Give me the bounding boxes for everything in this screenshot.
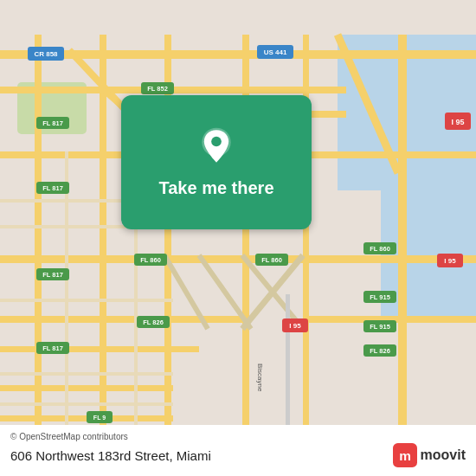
take-me-there-label: Take me there [158,178,273,198]
svg-text:CR 858: CR 858 [34,50,58,58]
svg-rect-14 [35,35,42,441]
svg-text:FL 817: FL 817 [42,184,63,192]
svg-rect-12 [0,385,173,391]
svg-text:FL 860: FL 860 [140,256,161,264]
bottom-bar: © OpenStreetMap contributors 606 Northwe… [0,425,476,476]
moovit-icon: m [393,443,417,467]
svg-text:FL 9: FL 9 [93,415,106,421]
svg-text:Biscayne: Biscayne [256,363,264,392]
svg-text:FL 852: FL 852 [147,85,168,93]
svg-text:FL 915: FL 915 [370,323,390,331]
svg-rect-31 [0,372,173,376]
svg-rect-19 [398,35,407,441]
address-text: 606 Northwest 183rd Street, Miami [10,448,211,463]
svg-point-76 [211,137,222,147]
svg-rect-30 [0,299,173,302]
svg-text:I 95: I 95 [451,118,464,126]
map-container: CR 858 US 441 I 95 FL 852 US 441 FL 817 … [0,0,476,476]
moovit-logo: m moovit [393,443,466,467]
map-attribution: © OpenStreetMap contributors [10,432,466,441]
take-me-there-button[interactable]: Take me there [121,95,312,229]
moovit-name: moovit [421,447,466,463]
svg-text:FL 826: FL 826 [143,318,164,326]
svg-text:FL 817: FL 817 [42,344,63,352]
svg-text:FL 826: FL 826 [370,347,390,355]
map-background: CR 858 US 441 I 95 FL 852 US 441 FL 817 … [0,0,476,476]
svg-text:FL 860: FL 860 [261,256,282,264]
svg-text:I 95: I 95 [444,257,456,265]
address-row: 606 Northwest 183rd Street, Miami m moov… [10,443,466,467]
svg-text:US 441: US 441 [264,48,287,56]
svg-rect-32 [0,402,173,406]
svg-text:m: m [399,448,411,463]
svg-rect-27 [286,294,290,441]
svg-text:FL 915: FL 915 [370,293,390,301]
svg-text:I 95: I 95 [289,322,301,330]
svg-rect-33 [65,151,68,441]
svg-text:FL 817: FL 817 [42,119,63,127]
svg-text:FL 817: FL 817 [42,271,63,279]
svg-text:FL 860: FL 860 [370,245,390,253]
location-pin-icon [195,126,238,170]
